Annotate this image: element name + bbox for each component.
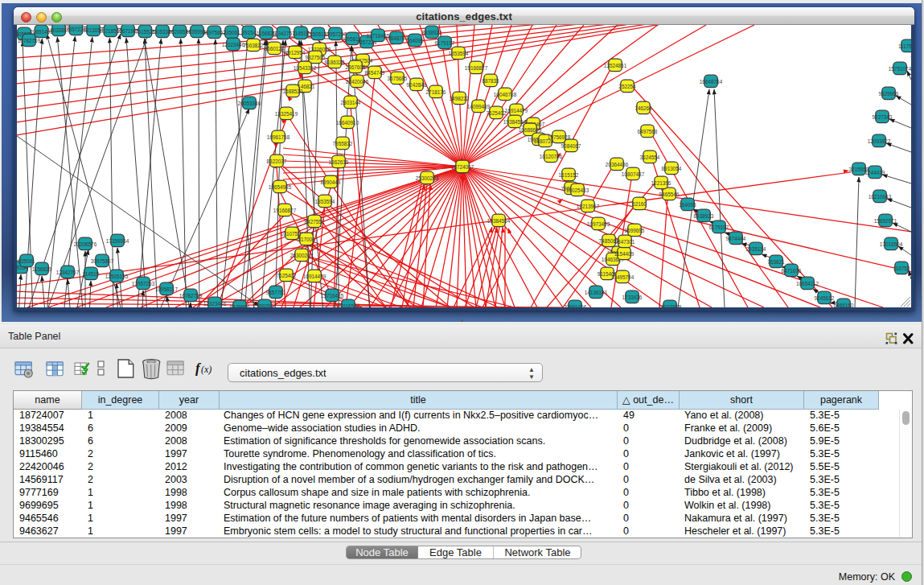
svg-text:1615152: 1615152 bbox=[559, 172, 579, 178]
svg-text:19384554: 19384554 bbox=[487, 218, 511, 224]
svg-text:164095: 164095 bbox=[406, 38, 424, 43]
svg-text:12213967: 12213967 bbox=[577, 204, 600, 209]
svg-text:1156829: 1156829 bbox=[32, 266, 52, 272]
svg-text:116753: 116753 bbox=[893, 266, 910, 271]
svg-text:9699695: 9699695 bbox=[625, 228, 645, 233]
svg-text:17016504: 17016504 bbox=[880, 241, 903, 247]
svg-text:19166827: 19166827 bbox=[465, 65, 488, 71]
svg-text:8322037: 8322037 bbox=[267, 159, 287, 164]
svg-text:8471676: 8471676 bbox=[782, 268, 802, 274]
svg-text:19654985: 19654985 bbox=[269, 184, 292, 190]
svg-text:16782759: 16782759 bbox=[179, 293, 203, 299]
svg-text:16914479: 16914479 bbox=[505, 108, 528, 113]
svg-text:22420046: 22420046 bbox=[346, 79, 369, 84]
svg-text:9329966: 9329966 bbox=[230, 304, 250, 308]
svg-text:9084067: 9084067 bbox=[561, 143, 581, 149]
svg-text:17359934: 17359934 bbox=[106, 238, 129, 244]
svg-text:9474444: 9474444 bbox=[726, 236, 746, 241]
svg-text:252254: 252254 bbox=[618, 84, 636, 89]
svg-text:3675685: 3675685 bbox=[388, 76, 408, 81]
svg-text:1117536: 1117536 bbox=[898, 43, 911, 49]
svg-text:16648784: 16648784 bbox=[700, 79, 723, 84]
svg-text:10046788: 10046788 bbox=[494, 92, 517, 97]
svg-text:62160: 62160 bbox=[632, 201, 647, 207]
svg-text:19166827: 19166827 bbox=[273, 208, 297, 213]
svg-text:12505135: 12505135 bbox=[105, 274, 129, 279]
svg-text:164095: 164095 bbox=[679, 202, 696, 208]
svg-text:9329966: 9329966 bbox=[879, 91, 899, 97]
svg-text:16210643: 16210643 bbox=[869, 194, 892, 200]
svg-text:1221396: 1221396 bbox=[651, 180, 671, 186]
svg-text:13716485: 13716485 bbox=[321, 293, 344, 299]
svg-text:9465546: 9465546 bbox=[659, 192, 680, 197]
svg-text:6179197: 6179197 bbox=[709, 225, 729, 230]
svg-text:9245612: 9245612 bbox=[815, 295, 835, 301]
svg-text:10807487: 10807487 bbox=[622, 171, 645, 177]
svg-text:335061: 335061 bbox=[18, 258, 35, 264]
svg-text:18724007: 18724007 bbox=[451, 164, 474, 170]
svg-text:15692971: 15692971 bbox=[253, 303, 277, 308]
svg-text:3498222: 3498222 bbox=[450, 96, 470, 101]
svg-text:16961758: 16961758 bbox=[267, 134, 290, 140]
svg-text:9242848: 9242848 bbox=[407, 82, 427, 88]
svg-text:6497568: 6497568 bbox=[638, 129, 658, 134]
svg-text:12093822: 12093822 bbox=[868, 138, 891, 144]
svg-text:20691406: 20691406 bbox=[564, 304, 587, 308]
svg-text:15751074: 15751074 bbox=[889, 66, 911, 72]
svg-text:13325419: 13325419 bbox=[275, 111, 298, 117]
svg-text:10543362: 10543362 bbox=[294, 65, 317, 71]
svg-text:10958117: 10958117 bbox=[155, 286, 178, 292]
svg-text:8990448: 8990448 bbox=[321, 179, 341, 185]
svg-text:1733426: 1733426 bbox=[622, 295, 643, 300]
svg-text:2367608: 2367608 bbox=[346, 64, 366, 70]
svg-text:16914479: 16914479 bbox=[303, 274, 326, 279]
svg-text:15692971: 15692971 bbox=[874, 218, 897, 224]
svg-text:12323446: 12323446 bbox=[203, 301, 227, 307]
svg-text:14099489: 14099489 bbox=[467, 104, 491, 109]
svg-text:114519: 114519 bbox=[83, 271, 100, 277]
svg-text:417006: 417006 bbox=[298, 237, 315, 242]
svg-text:30975867: 30975867 bbox=[91, 258, 114, 264]
svg-text:1154409: 1154409 bbox=[614, 251, 634, 257]
svg-text:746266: 746266 bbox=[634, 105, 652, 111]
svg-text:(x): (x) bbox=[201, 364, 211, 375]
svg-text:16033809: 16033809 bbox=[659, 304, 682, 308]
svg-text:8912954: 8912954 bbox=[285, 50, 306, 56]
svg-text:8454749: 8454749 bbox=[365, 70, 385, 76]
svg-text:6466160: 6466160 bbox=[834, 303, 854, 308]
svg-text:13495794: 13495794 bbox=[611, 274, 634, 280]
svg-text:16640910: 16640910 bbox=[336, 120, 359, 126]
svg-text:7625402: 7625402 bbox=[277, 273, 297, 278]
svg-text:2718176: 2718176 bbox=[426, 89, 446, 95]
svg-text:10025433: 10025433 bbox=[566, 187, 589, 193]
svg-text:20053346: 20053346 bbox=[238, 101, 261, 106]
svg-text:887833: 887833 bbox=[482, 78, 499, 84]
svg-text:20206576: 20206576 bbox=[74, 241, 97, 247]
svg-text:16648784: 16648784 bbox=[385, 35, 409, 41]
svg-text:17016504: 17016504 bbox=[337, 303, 360, 308]
svg-text:7955812: 7955812 bbox=[333, 141, 353, 146]
svg-text:25300203: 25300203 bbox=[416, 175, 439, 181]
svg-text:20364436: 20364436 bbox=[606, 162, 629, 167]
svg-text:3624554: 3624554 bbox=[640, 154, 660, 160]
svg-text:39154: 39154 bbox=[242, 30, 257, 35]
svg-text:8186328: 8186328 bbox=[325, 60, 345, 65]
svg-text:6179197: 6179197 bbox=[435, 40, 455, 46]
svg-text:8660124: 8660124 bbox=[265, 46, 285, 51]
svg-text:1244419: 1244419 bbox=[865, 170, 885, 175]
svg-text:14136141: 14136141 bbox=[585, 290, 608, 295]
svg-text:19756928: 19756928 bbox=[548, 134, 571, 140]
svg-text:1362615: 1362615 bbox=[329, 159, 349, 165]
svg-text:7625402: 7625402 bbox=[487, 110, 507, 116]
svg-text:1353594: 1353594 bbox=[449, 51, 469, 56]
svg-text:1588520: 1588520 bbox=[283, 89, 303, 94]
svg-text:2935114: 2935114 bbox=[746, 246, 766, 252]
svg-text:13524851: 13524851 bbox=[604, 63, 627, 68]
svg-text:763621: 763621 bbox=[767, 259, 785, 265]
svg-text:25300203: 25300203 bbox=[290, 253, 314, 258]
svg-text:9227343: 9227343 bbox=[873, 114, 893, 120]
svg-text:9857791: 9857791 bbox=[266, 290, 286, 295]
svg-text:16782759: 16782759 bbox=[18, 38, 41, 43]
svg-text:12342757: 12342757 bbox=[56, 270, 80, 275]
svg-text:8913054: 8913054 bbox=[662, 166, 682, 171]
